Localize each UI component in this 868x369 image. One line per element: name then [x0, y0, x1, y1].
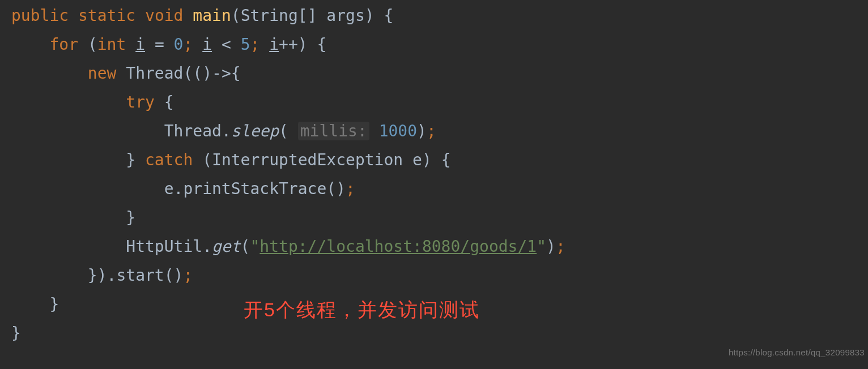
brace-open: {	[164, 93, 174, 111]
method-main: main	[193, 6, 231, 25]
keyword-public: public	[11, 6, 69, 25]
brace-close: }	[126, 151, 135, 169]
paren-close: )	[546, 237, 556, 256]
dot: .	[174, 179, 184, 198]
lt: <	[222, 35, 231, 54]
method-printstacktrace: printStackTrace	[183, 179, 326, 198]
var-i: i	[135, 35, 145, 54]
var-i: i	[202, 35, 212, 54]
semi: ;	[556, 237, 565, 256]
string-url: http://localhost:8080/goods/1	[259, 237, 537, 256]
brace-open: {	[231, 64, 241, 83]
brace-close: }	[49, 295, 59, 314]
paren-close: )	[422, 151, 432, 169]
method-get: get	[212, 237, 241, 256]
paren-open: (	[183, 64, 193, 83]
paren-close: )	[336, 179, 346, 198]
paren-open: (	[241, 237, 250, 256]
watermark-text: https://blog.csdn.net/qq_32099833	[729, 338, 865, 367]
keyword-int: int	[97, 35, 126, 54]
arrow: ->	[212, 64, 231, 83]
exception-type: InterruptedException	[212, 151, 403, 169]
method-start: start	[116, 266, 164, 285]
semi: ;	[427, 122, 436, 140]
keyword-static: static	[78, 6, 135, 25]
exception-var: e	[164, 179, 174, 198]
semi: ;	[346, 179, 355, 198]
brace-open: {	[384, 6, 394, 25]
paren-open: (	[193, 64, 202, 83]
semi: ;	[183, 266, 193, 285]
string-quote: "	[250, 237, 259, 256]
var-i: i	[269, 35, 279, 54]
paren-close: )	[97, 266, 107, 285]
paren-open: (	[326, 179, 336, 198]
paren-open: (	[164, 266, 174, 285]
literal-five: 5	[241, 35, 250, 54]
paren-close: )	[365, 6, 375, 25]
keyword-void: void	[145, 6, 183, 25]
keyword-new: new	[88, 64, 117, 83]
class-thread: Thread	[126, 64, 183, 83]
brace-open: {	[441, 151, 451, 169]
literal-zero: 0	[174, 35, 184, 54]
paren-close: )	[174, 266, 184, 285]
brace-open: {	[317, 35, 327, 54]
semi: ;	[183, 35, 193, 54]
brace-close: }	[88, 266, 97, 285]
param-type: String[]	[241, 6, 317, 25]
param-name: args	[326, 6, 364, 25]
paren-close: )	[298, 35, 308, 54]
dot: .	[222, 122, 231, 140]
dot: .	[107, 266, 117, 285]
paren-open: (	[279, 122, 288, 140]
class-thread: Thread	[164, 122, 222, 140]
brace-close: }	[126, 208, 135, 227]
dot: .	[202, 237, 212, 256]
paren-open: (	[202, 151, 212, 169]
paren-open: (	[88, 35, 97, 54]
inc: ++	[279, 35, 298, 54]
semi: ;	[250, 35, 259, 54]
keyword-try: try	[126, 93, 155, 111]
exception-var: e	[412, 151, 422, 169]
param-hint-millis: millis:	[298, 122, 369, 140]
literal-1000: 1000	[379, 122, 417, 140]
paren-close: )	[417, 122, 427, 140]
eq: =	[155, 35, 164, 54]
brace-close: }	[11, 324, 21, 342]
keyword-catch: catch	[145, 151, 193, 169]
keyword-for: for	[49, 35, 78, 54]
string-quote: "	[537, 237, 546, 256]
method-sleep: sleep	[231, 122, 279, 140]
class-httputil: HttpUtil	[126, 237, 202, 256]
paren-close: )	[202, 64, 212, 83]
paren-open: (	[231, 6, 241, 25]
annotation-text: 开5个线程，并发访问测试	[244, 295, 480, 324]
